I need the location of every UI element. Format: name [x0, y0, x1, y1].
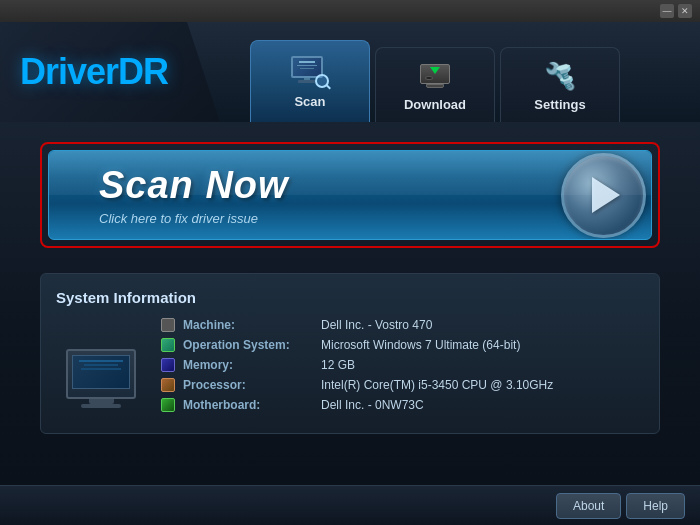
content-area: Scan Now Click here to fix driver issue …	[0, 122, 700, 454]
info-row-motherboard: Motherboard: Dell Inc. - 0NW73C	[161, 398, 644, 412]
about-button[interactable]: About	[556, 493, 621, 519]
info-table: Machine: Dell Inc. - Vostro 470 Operatio…	[161, 318, 644, 418]
help-button[interactable]: Help	[626, 493, 685, 519]
settings-tab-label: Settings	[534, 97, 585, 112]
computer-illustration	[56, 328, 146, 408]
tab-download[interactable]: Download	[375, 47, 495, 122]
processor-value: Intel(R) Core(TM) i5-3450 CPU @ 3.10GHz	[321, 378, 553, 392]
scan-tab-label: Scan	[294, 94, 325, 109]
navigation-tabs: Scan Download	[220, 22, 700, 122]
logo-area: DriverDR	[0, 22, 220, 122]
machine-label: Machine:	[183, 318, 313, 332]
scan-now-subtitle: Click here to fix driver issue	[99, 211, 561, 226]
arrow-right-icon	[592, 177, 620, 213]
motherboard-value: Dell Inc. - 0NW73C	[321, 398, 424, 412]
minimize-button[interactable]: —	[660, 4, 674, 18]
processor-label: Processor:	[183, 378, 313, 392]
scan-now-button[interactable]: Scan Now Click here to fix driver issue	[48, 150, 652, 240]
download-tab-icon	[415, 58, 455, 93]
scan-now-title: Scan Now	[99, 164, 561, 207]
title-bar: — ✕	[0, 0, 700, 22]
scan-arrow-button[interactable]	[561, 153, 646, 238]
machine-icon	[161, 318, 175, 332]
os-value: Microsoft Windows 7 Ultimate (64-bit)	[321, 338, 520, 352]
os-icon	[161, 338, 175, 352]
processor-icon	[161, 378, 175, 392]
main-container: DriverDR	[0, 22, 700, 525]
info-row-machine: Machine: Dell Inc. - Vostro 470	[161, 318, 644, 332]
system-info-content: System Information	[56, 289, 644, 418]
app-logo: DriverDR	[20, 51, 168, 93]
machine-value: Dell Inc. - Vostro 470	[321, 318, 432, 332]
system-info-title: System Information	[56, 289, 644, 306]
tab-settings[interactable]: 🔧 🔩 Settings	[500, 47, 620, 122]
scan-now-wrapper: Scan Now Click here to fix driver issue	[40, 142, 660, 248]
info-row-memory: Memory: 12 GB	[161, 358, 644, 372]
info-row-os: Operation System: Microsoft Windows 7 Ul…	[161, 338, 644, 352]
motherboard-label: Motherboard:	[183, 398, 313, 412]
tab-scan[interactable]: Scan	[250, 40, 370, 122]
settings-tab-icon: 🔧 🔩	[540, 58, 580, 93]
memory-value: 12 GB	[321, 358, 355, 372]
system-info-panel: System Information	[40, 273, 660, 434]
memory-icon	[161, 358, 175, 372]
motherboard-icon	[161, 398, 175, 412]
scan-text-area: Scan Now Click here to fix driver issue	[49, 164, 561, 226]
memory-label: Memory:	[183, 358, 313, 372]
footer: About Help	[0, 485, 700, 525]
os-label: Operation System:	[183, 338, 313, 352]
info-row-processor: Processor: Intel(R) Core(TM) i5-3450 CPU…	[161, 378, 644, 392]
close-button[interactable]: ✕	[678, 4, 692, 18]
header: DriverDR	[0, 22, 700, 122]
download-tab-label: Download	[404, 97, 466, 112]
scan-tab-icon	[290, 55, 330, 90]
